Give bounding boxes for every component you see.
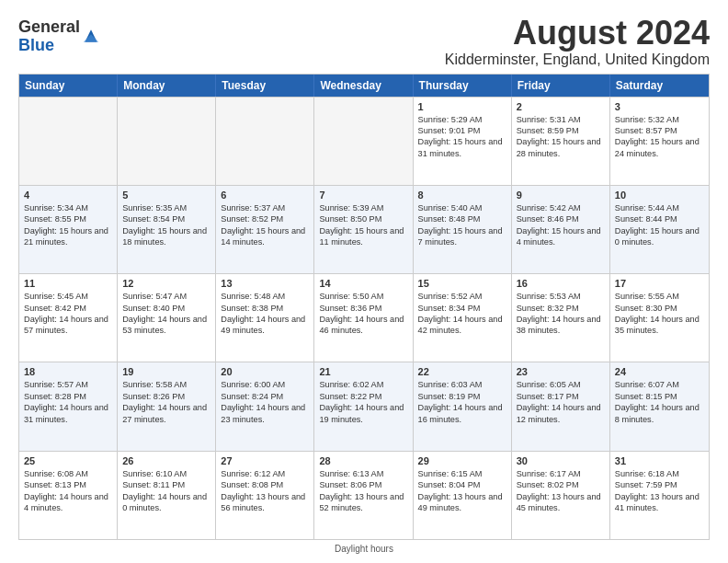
day-number: 15 bbox=[418, 278, 506, 289]
daylight-text: Daylight: 14 hours and 35 minutes. bbox=[615, 314, 704, 337]
day-number: 6 bbox=[221, 190, 309, 201]
sunrise-text: Sunrise: 6:17 AM bbox=[517, 468, 605, 479]
day-cell-25: 25Sunrise: 6:08 AMSunset: 8:13 PMDayligh… bbox=[19, 452, 118, 539]
sunset-text: Sunset: 8:52 PM bbox=[221, 213, 309, 224]
sunset-text: Sunset: 8:32 PM bbox=[517, 303, 605, 314]
svg-marker-1 bbox=[84, 34, 99, 41]
sunset-text: Sunset: 8:50 PM bbox=[319, 213, 407, 224]
calendar-week-4: 18Sunrise: 5:57 AMSunset: 8:28 PMDayligh… bbox=[19, 362, 709, 450]
day-number: 27 bbox=[221, 455, 309, 466]
day-cell-9: 9Sunrise: 5:42 AMSunset: 8:46 PMDaylight… bbox=[512, 186, 610, 273]
sunrise-text: Sunrise: 5:40 AM bbox=[418, 202, 506, 213]
title-block: August 2024 Kidderminster, England, Unit… bbox=[445, 15, 710, 68]
sunset-text: Sunset: 8:02 PM bbox=[517, 479, 605, 490]
day-cell-12: 12Sunrise: 5:47 AMSunset: 8:40 PMDayligh… bbox=[118, 274, 216, 362]
day-cell-29: 29Sunrise: 6:15 AMSunset: 8:04 PMDayligh… bbox=[414, 452, 512, 539]
day-cell-31: 31Sunrise: 6:18 AMSunset: 7:59 PMDayligh… bbox=[610, 452, 709, 539]
sunset-text: Sunset: 8:22 PM bbox=[319, 391, 407, 402]
sunset-text: Sunset: 8:57 PM bbox=[615, 125, 704, 136]
sunset-text: Sunset: 8:36 PM bbox=[319, 303, 407, 314]
calendar-week-5: 25Sunrise: 6:08 AMSunset: 8:13 PMDayligh… bbox=[19, 451, 709, 539]
daylight-text: Daylight: 13 hours and 41 minutes. bbox=[615, 491, 704, 514]
sunset-text: Sunset: 8:38 PM bbox=[221, 303, 309, 314]
day-cell-18: 18Sunrise: 5:57 AMSunset: 8:28 PMDayligh… bbox=[19, 362, 118, 450]
day-cell-15: 15Sunrise: 5:52 AMSunset: 8:34 PMDayligh… bbox=[414, 274, 512, 362]
sunrise-text: Sunrise: 5:58 AM bbox=[122, 379, 210, 390]
sunrise-text: Sunrise: 6:08 AM bbox=[24, 468, 112, 479]
day-cell-30: 30Sunrise: 6:17 AMSunset: 8:02 PMDayligh… bbox=[512, 452, 610, 539]
header-day-sunday: Sunday bbox=[19, 75, 118, 97]
header-day-tuesday: Tuesday bbox=[216, 75, 314, 97]
daylight-text: Daylight: 14 hours and 16 minutes. bbox=[418, 402, 506, 425]
day-number: 29 bbox=[418, 455, 506, 466]
calendar-header: SundayMondayTuesdayWednesdayThursdayFrid… bbox=[19, 75, 709, 97]
day-cell-8: 8Sunrise: 5:40 AMSunset: 8:48 PMDaylight… bbox=[414, 186, 512, 273]
main-title: August 2024 bbox=[445, 15, 710, 52]
sunset-text: Sunset: 7:59 PM bbox=[615, 479, 704, 490]
day-number: 22 bbox=[418, 366, 506, 377]
sunset-text: Sunset: 8:19 PM bbox=[418, 391, 506, 402]
empty-cell bbox=[216, 98, 314, 185]
page: General Blue August 2024 Kidderminster, … bbox=[0, 0, 728, 563]
day-number: 24 bbox=[615, 366, 704, 377]
day-number: 3 bbox=[615, 101, 704, 112]
header-day-monday: Monday bbox=[118, 75, 216, 97]
sunset-text: Sunset: 8:42 PM bbox=[24, 303, 112, 314]
logo-blue: Blue bbox=[18, 36, 54, 54]
logo-general: General bbox=[18, 17, 80, 36]
sunrise-text: Sunrise: 6:00 AM bbox=[221, 379, 309, 390]
sunset-text: Sunset: 8:55 PM bbox=[24, 213, 112, 224]
sunrise-text: Sunrise: 5:34 AM bbox=[24, 202, 112, 213]
day-number: 21 bbox=[319, 366, 407, 377]
empty-cell bbox=[118, 98, 216, 185]
day-cell-27: 27Sunrise: 6:12 AMSunset: 8:08 PMDayligh… bbox=[216, 452, 314, 539]
day-cell-20: 20Sunrise: 6:00 AMSunset: 8:24 PMDayligh… bbox=[216, 362, 314, 450]
sunset-text: Sunset: 8:54 PM bbox=[122, 213, 210, 224]
day-cell-3: 3Sunrise: 5:32 AMSunset: 8:57 PMDaylight… bbox=[610, 98, 709, 185]
daylight-text: Daylight: 15 hours and 21 minutes. bbox=[24, 225, 112, 248]
sunset-text: Sunset: 8:46 PM bbox=[517, 213, 605, 224]
day-number: 10 bbox=[615, 190, 704, 201]
daylight-text: Daylight: 14 hours and 38 minutes. bbox=[517, 314, 605, 337]
daylight-text: Daylight: 14 hours and 19 minutes. bbox=[319, 402, 407, 425]
sunrise-text: Sunrise: 5:31 AM bbox=[517, 114, 605, 125]
sunrise-text: Sunrise: 5:29 AM bbox=[418, 114, 506, 125]
day-number: 23 bbox=[517, 366, 605, 377]
header-day-saturday: Saturday bbox=[610, 75, 709, 97]
sunrise-text: Sunrise: 6:05 AM bbox=[517, 379, 605, 390]
day-number: 9 bbox=[517, 190, 605, 201]
sunset-text: Sunset: 9:01 PM bbox=[418, 125, 506, 136]
footer-note: Daylight hours bbox=[18, 540, 710, 554]
day-cell-6: 6Sunrise: 5:37 AMSunset: 8:52 PMDaylight… bbox=[216, 186, 314, 273]
day-cell-28: 28Sunrise: 6:13 AMSunset: 8:06 PMDayligh… bbox=[314, 452, 413, 539]
daylight-text: Daylight: 15 hours and 24 minutes. bbox=[615, 136, 704, 159]
sunrise-text: Sunrise: 5:44 AM bbox=[615, 202, 704, 213]
day-cell-23: 23Sunrise: 6:05 AMSunset: 8:17 PMDayligh… bbox=[512, 362, 610, 450]
day-cell-2: 2Sunrise: 5:31 AMSunset: 8:59 PMDaylight… bbox=[512, 98, 610, 185]
day-cell-19: 19Sunrise: 5:58 AMSunset: 8:26 PMDayligh… bbox=[118, 362, 216, 450]
calendar-week-3: 11Sunrise: 5:45 AMSunset: 8:42 PMDayligh… bbox=[19, 273, 709, 362]
daylight-text: Daylight: 14 hours and 27 minutes. bbox=[122, 402, 210, 425]
sunset-text: Sunset: 8:44 PM bbox=[615, 213, 704, 224]
sunrise-text: Sunrise: 5:45 AM bbox=[24, 291, 112, 302]
daylight-text: Daylight: 14 hours and 57 minutes. bbox=[24, 314, 112, 337]
sunrise-text: Sunrise: 6:12 AM bbox=[221, 468, 309, 479]
day-number: 5 bbox=[122, 190, 210, 201]
sunrise-text: Sunrise: 5:57 AM bbox=[24, 379, 112, 390]
daylight-text: Daylight: 14 hours and 23 minutes. bbox=[221, 402, 309, 425]
day-cell-11: 11Sunrise: 5:45 AMSunset: 8:42 PMDayligh… bbox=[19, 274, 118, 362]
day-number: 19 bbox=[122, 366, 210, 377]
sunset-text: Sunset: 8:06 PM bbox=[319, 479, 407, 490]
subtitle: Kidderminster, England, United Kingdom bbox=[445, 52, 710, 68]
day-number: 1 bbox=[418, 101, 506, 112]
sunrise-text: Sunrise: 6:03 AM bbox=[418, 379, 506, 390]
sunrise-text: Sunrise: 5:32 AM bbox=[615, 114, 704, 125]
daylight-text: Daylight: 15 hours and 14 minutes. bbox=[221, 225, 309, 248]
sunset-text: Sunset: 8:24 PM bbox=[221, 391, 309, 402]
day-cell-13: 13Sunrise: 5:48 AMSunset: 8:38 PMDayligh… bbox=[216, 274, 314, 362]
day-number: 28 bbox=[319, 455, 407, 466]
sunrise-text: Sunrise: 6:18 AM bbox=[615, 468, 704, 479]
day-number: 7 bbox=[319, 190, 407, 201]
day-number: 4 bbox=[24, 190, 112, 201]
day-number: 16 bbox=[517, 278, 605, 289]
